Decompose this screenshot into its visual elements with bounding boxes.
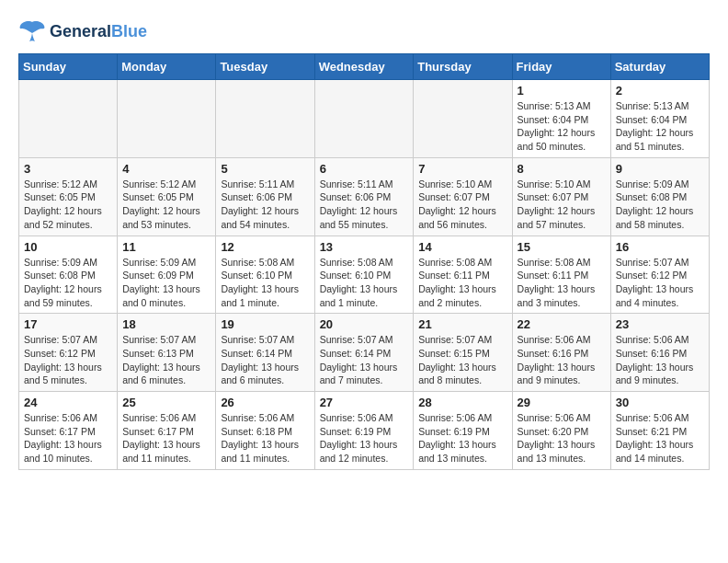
weekday-header-thursday: Thursday — [414, 54, 512, 80]
day-info: Sunrise: 5:12 AM Sunset: 6:05 PM Dayligh… — [122, 178, 210, 232]
day-cell: 12Sunrise: 5:08 AM Sunset: 6:10 PM Dayli… — [216, 236, 314, 314]
day-number: 1 — [518, 84, 606, 98]
day-cell — [314, 80, 414, 158]
day-cell: 19Sunrise: 5:07 AM Sunset: 6:14 PM Dayli… — [216, 314, 314, 392]
day-number: 2 — [616, 84, 704, 98]
day-number: 12 — [221, 240, 309, 254]
week-row-4: 17Sunrise: 5:07 AM Sunset: 6:12 PM Dayli… — [19, 314, 710, 392]
weekday-header-sunday: Sunday — [19, 54, 118, 80]
week-row-1: 1Sunrise: 5:13 AM Sunset: 6:04 PM Daylig… — [19, 80, 710, 158]
day-cell: 30Sunrise: 5:06 AM Sunset: 6:21 PM Dayli… — [610, 392, 709, 470]
day-cell: 22Sunrise: 5:06 AM Sunset: 6:16 PM Dayli… — [512, 314, 610, 392]
day-number: 24 — [24, 396, 112, 409]
weekday-header-saturday: Saturday — [610, 54, 709, 80]
day-cell: 15Sunrise: 5:08 AM Sunset: 6:11 PM Dayli… — [512, 236, 610, 314]
day-cell: 27Sunrise: 5:06 AM Sunset: 6:19 PM Dayli… — [314, 392, 414, 470]
day-info: Sunrise: 5:06 AM Sunset: 6:16 PM Dayligh… — [518, 333, 606, 387]
day-info: Sunrise: 5:06 AM Sunset: 6:19 PM Dayligh… — [418, 411, 506, 465]
logo-bird-icon — [18, 18, 46, 44]
day-info: Sunrise: 5:10 AM Sunset: 6:07 PM Dayligh… — [418, 178, 506, 232]
day-cell — [414, 80, 512, 158]
logo-text: GeneralBlue — [50, 22, 147, 41]
day-number: 10 — [24, 240, 112, 254]
day-cell: 2Sunrise: 5:13 AM Sunset: 6:04 PM Daylig… — [610, 80, 709, 158]
day-number: 26 — [221, 396, 309, 409]
day-number: 16 — [616, 240, 704, 254]
day-info: Sunrise: 5:06 AM Sunset: 6:16 PM Dayligh… — [616, 333, 704, 387]
day-number: 7 — [418, 162, 506, 176]
day-cell: 10Sunrise: 5:09 AM Sunset: 6:08 PM Dayli… — [19, 236, 118, 314]
day-cell: 9Sunrise: 5:09 AM Sunset: 6:08 PM Daylig… — [610, 157, 709, 236]
day-cell: 25Sunrise: 5:06 AM Sunset: 6:17 PM Dayli… — [118, 392, 216, 470]
day-number: 5 — [221, 162, 309, 176]
day-cell: 20Sunrise: 5:07 AM Sunset: 6:14 PM Dayli… — [314, 314, 414, 392]
day-cell: 23Sunrise: 5:06 AM Sunset: 6:16 PM Dayli… — [610, 314, 709, 392]
day-info: Sunrise: 5:11 AM Sunset: 6:06 PM Dayligh… — [320, 178, 409, 232]
day-cell: 14Sunrise: 5:08 AM Sunset: 6:11 PM Dayli… — [414, 236, 512, 314]
day-number: 20 — [320, 317, 409, 331]
day-info: Sunrise: 5:08 AM Sunset: 6:11 PM Dayligh… — [418, 256, 506, 310]
day-cell — [118, 80, 216, 158]
day-info: Sunrise: 5:13 AM Sunset: 6:04 PM Dayligh… — [518, 99, 606, 154]
day-info: Sunrise: 5:06 AM Sunset: 6:17 PM Dayligh… — [24, 411, 112, 465]
day-info: Sunrise: 5:06 AM Sunset: 6:18 PM Dayligh… — [221, 411, 309, 465]
weekday-header-friday: Friday — [512, 54, 610, 80]
day-cell: 7Sunrise: 5:10 AM Sunset: 6:07 PM Daylig… — [414, 157, 512, 236]
day-info: Sunrise: 5:06 AM Sunset: 6:19 PM Dayligh… — [320, 411, 409, 465]
day-number: 8 — [518, 162, 606, 176]
weekday-header-monday: Monday — [118, 54, 216, 80]
weekday-header-tuesday: Tuesday — [216, 54, 314, 80]
logo: GeneralBlue — [18, 18, 147, 44]
day-info: Sunrise: 5:07 AM Sunset: 6:14 PM Dayligh… — [221, 333, 309, 387]
day-cell: 11Sunrise: 5:09 AM Sunset: 6:09 PM Dayli… — [118, 236, 216, 314]
week-row-5: 24Sunrise: 5:06 AM Sunset: 6:17 PM Dayli… — [19, 392, 710, 470]
day-number: 23 — [616, 317, 704, 331]
day-number: 11 — [122, 240, 210, 254]
day-info: Sunrise: 5:07 AM Sunset: 6:13 PM Dayligh… — [122, 333, 210, 387]
weekday-header-row: SundayMondayTuesdayWednesdayThursdayFrid… — [19, 54, 710, 80]
day-cell: 13Sunrise: 5:08 AM Sunset: 6:10 PM Dayli… — [314, 236, 414, 314]
day-number: 6 — [320, 162, 409, 176]
day-cell: 24Sunrise: 5:06 AM Sunset: 6:17 PM Dayli… — [19, 392, 118, 470]
day-cell — [19, 80, 118, 158]
day-info: Sunrise: 5:08 AM Sunset: 6:11 PM Dayligh… — [518, 256, 606, 310]
day-number: 25 — [122, 396, 210, 409]
day-cell: 16Sunrise: 5:07 AM Sunset: 6:12 PM Dayli… — [610, 236, 709, 314]
day-number: 4 — [122, 162, 210, 176]
calendar: SundayMondayTuesdayWednesdayThursdayFrid… — [18, 53, 710, 470]
day-number: 19 — [221, 317, 309, 331]
day-cell: 4Sunrise: 5:12 AM Sunset: 6:05 PM Daylig… — [118, 157, 216, 236]
day-info: Sunrise: 5:07 AM Sunset: 6:14 PM Dayligh… — [320, 333, 409, 387]
day-number: 22 — [518, 317, 606, 331]
day-cell: 8Sunrise: 5:10 AM Sunset: 6:07 PM Daylig… — [512, 157, 610, 236]
day-number: 28 — [418, 396, 506, 409]
day-info: Sunrise: 5:09 AM Sunset: 6:09 PM Dayligh… — [122, 256, 210, 310]
day-number: 29 — [518, 396, 606, 409]
week-row-3: 10Sunrise: 5:09 AM Sunset: 6:08 PM Dayli… — [19, 236, 710, 314]
day-cell: 18Sunrise: 5:07 AM Sunset: 6:13 PM Dayli… — [118, 314, 216, 392]
day-cell: 29Sunrise: 5:06 AM Sunset: 6:20 PM Dayli… — [512, 392, 610, 470]
day-number: 21 — [418, 317, 506, 331]
day-cell: 6Sunrise: 5:11 AM Sunset: 6:06 PM Daylig… — [314, 157, 414, 236]
day-cell: 3Sunrise: 5:12 AM Sunset: 6:05 PM Daylig… — [19, 157, 118, 236]
day-number: 3 — [24, 162, 112, 176]
day-number: 30 — [616, 396, 704, 409]
day-number: 18 — [122, 317, 210, 331]
day-number: 17 — [24, 317, 112, 331]
day-info: Sunrise: 5:10 AM Sunset: 6:07 PM Dayligh… — [518, 178, 606, 232]
day-cell: 26Sunrise: 5:06 AM Sunset: 6:18 PM Dayli… — [216, 392, 314, 470]
day-number: 27 — [320, 396, 409, 409]
day-cell: 28Sunrise: 5:06 AM Sunset: 6:19 PM Dayli… — [414, 392, 512, 470]
day-cell: 1Sunrise: 5:13 AM Sunset: 6:04 PM Daylig… — [512, 80, 610, 158]
weekday-header-wednesday: Wednesday — [314, 54, 414, 80]
day-number: 14 — [418, 240, 506, 254]
day-info: Sunrise: 5:09 AM Sunset: 6:08 PM Dayligh… — [24, 256, 112, 310]
day-cell — [216, 80, 314, 158]
day-info: Sunrise: 5:08 AM Sunset: 6:10 PM Dayligh… — [320, 256, 409, 310]
day-info: Sunrise: 5:12 AM Sunset: 6:05 PM Dayligh… — [24, 178, 112, 232]
day-info: Sunrise: 5:07 AM Sunset: 6:12 PM Dayligh… — [24, 333, 112, 387]
day-number: 13 — [320, 240, 409, 254]
day-number: 15 — [518, 240, 606, 254]
header: GeneralBlue — [18, 18, 710, 44]
day-info: Sunrise: 5:11 AM Sunset: 6:06 PM Dayligh… — [221, 178, 309, 232]
